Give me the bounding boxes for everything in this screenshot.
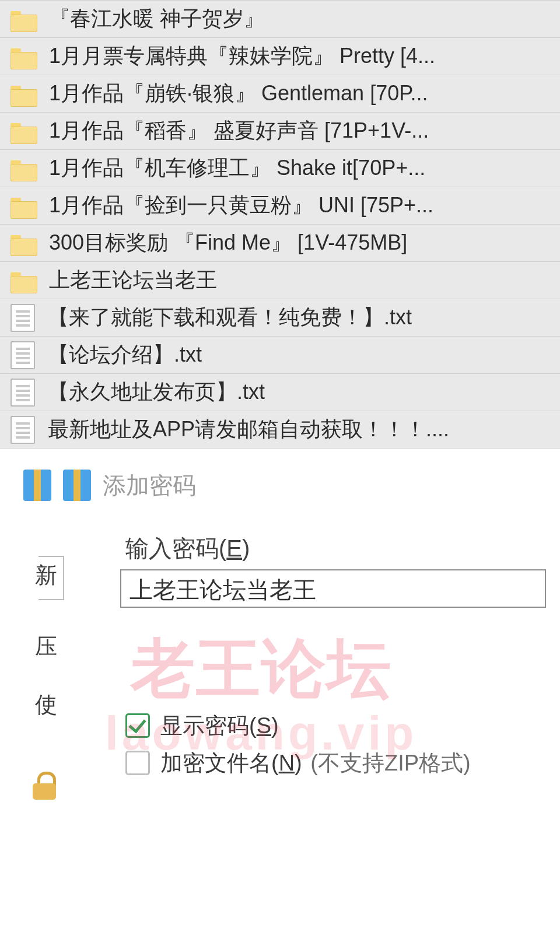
label-text: 加密文件名( <box>160 751 279 775</box>
list-item[interactable]: 300目标奖励 『Find Me』 [1V-475MB] <box>0 225 560 262</box>
file-name: 1月作品『稻香』 盛夏好声音 [71P+1V-... <box>36 117 429 145</box>
dialog-title-bar: 添加密码 <box>0 465 560 506</box>
folder-icon <box>10 157 36 180</box>
text-file-icon <box>10 379 35 407</box>
folder-icon <box>10 8 36 31</box>
checkbox-icon <box>125 751 150 775</box>
password-dialog: 添加密码 新 压 使 输入密码(E) 显示密码(S) 加密文件名(N) (不支持… <box>0 449 560 782</box>
file-name: 【永久地址发布页】.txt <box>35 378 265 407</box>
file-name: 300目标奖励 『Find Me』 [1V-475MB] <box>36 229 407 257</box>
folder-icon <box>10 269 36 292</box>
option-note: (不支持ZIP格式) <box>304 751 471 775</box>
text-file-icon <box>10 416 35 444</box>
folder-icon <box>10 120 36 143</box>
lock-icon <box>33 772 56 799</box>
option-label: 加密文件名(N) (不支持ZIP格式) <box>160 748 471 778</box>
password-input[interactable] <box>120 569 546 608</box>
option-label: 显示密码(S) <box>160 711 279 741</box>
show-password-option[interactable]: 显示密码(S) <box>125 707 560 744</box>
cropped-text: 使 <box>35 690 57 720</box>
hotkey: S <box>257 713 271 738</box>
file-name: 『春江水暖 神子贺岁』 <box>36 5 265 33</box>
hotkey: N <box>279 751 295 775</box>
password-label: 输入密码(E) <box>125 533 560 565</box>
list-item[interactable]: 【来了就能下载和观看！纯免费！】.txt <box>0 299 560 337</box>
label-text: ) <box>242 535 250 561</box>
list-item[interactable]: 1月作品『稻香』 盛夏好声音 [71P+1V-... <box>0 113 560 150</box>
cropped-text: 压 <box>35 632 57 661</box>
file-name: 【来了就能下载和观看！纯免费！】.txt <box>35 303 412 332</box>
list-item[interactable]: 上老王论坛当老王 <box>0 262 560 299</box>
cropped-text: 新 <box>35 561 57 590</box>
list-item[interactable]: 1月作品『捡到一只黄豆粉』 UNI [75P+... <box>0 187 560 225</box>
file-name: 【论坛介绍】.txt <box>35 341 202 369</box>
file-list: 『春江水暖 神子贺岁』 1月月票专属特典『辣妹学院』 Pretty [4... … <box>0 0 560 449</box>
options-group: 显示密码(S) 加密文件名(N) (不支持ZIP格式) <box>125 707 560 782</box>
encrypt-filenames-option[interactable]: 加密文件名(N) (不支持ZIP格式) <box>125 744 560 782</box>
hotkey: E <box>226 535 242 561</box>
archive-icon <box>23 470 51 501</box>
file-name: 1月作品『捡到一只黄豆粉』 UNI [75P+... <box>36 191 433 220</box>
checkbox-icon <box>125 713 150 738</box>
text-file-icon <box>10 341 35 369</box>
label-text: 显示密码( <box>160 713 257 738</box>
archive-icon <box>63 470 91 501</box>
list-item[interactable]: 1月月票专属特典『辣妹学院』 Pretty [4... <box>0 38 560 75</box>
list-item[interactable]: 1月作品『机车修理工』 Shake it[70P+... <box>0 150 560 187</box>
folder-icon <box>10 194 36 218</box>
file-name: 上老王论坛当老王 <box>36 266 217 295</box>
label-text: 输入密码( <box>125 535 226 561</box>
file-name: 1月作品『机车修理工』 Shake it[70P+... <box>36 154 425 183</box>
folder-icon <box>10 232 36 255</box>
label-text: ) <box>295 751 302 775</box>
list-item[interactable]: 【永久地址发布页】.txt <box>0 374 560 411</box>
dialog-title: 添加密码 <box>103 470 196 502</box>
list-item[interactable]: 最新地址及APP请发邮箱自动获取！！！.... <box>0 411 560 449</box>
list-item[interactable]: 【论坛介绍】.txt <box>0 337 560 374</box>
file-name: 最新地址及APP请发邮箱自动获取！！！.... <box>35 415 449 444</box>
text-file-icon <box>10 304 35 332</box>
file-name: 1月月票专属特典『辣妹学院』 Pretty [4... <box>36 42 435 71</box>
list-item[interactable]: 『春江水暖 神子贺岁』 <box>0 1 560 38</box>
folder-icon <box>10 45 36 68</box>
file-name: 1月作品『崩铁·银狼』 Gentleman [70P... <box>36 79 428 108</box>
folder-icon <box>10 82 36 106</box>
label-text: ) <box>271 713 279 738</box>
list-item[interactable]: 1月作品『崩铁·银狼』 Gentleman [70P... <box>0 75 560 113</box>
